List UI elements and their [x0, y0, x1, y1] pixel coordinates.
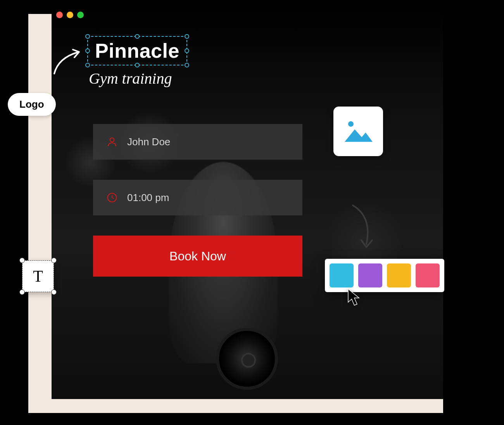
logo-label-pill[interactable]: Logo	[8, 93, 56, 116]
background-strip-horizontal	[28, 397, 443, 413]
selection-handle[interactable]	[19, 289, 25, 295]
logo-subtitle-text[interactable]: Gym training	[87, 69, 187, 88]
selection-handle[interactable]	[135, 63, 140, 67]
time-field-value: 01:00 pm	[127, 192, 169, 204]
selection-handle[interactable]	[185, 48, 189, 53]
window-close-dot[interactable]	[56, 12, 63, 18]
image-placeholder-tile[interactable]	[333, 107, 383, 156]
arrow-to-logo-icon	[50, 46, 85, 77]
window-traffic-lights	[56, 12, 84, 18]
selection-handle[interactable]	[85, 48, 90, 53]
selection-handle[interactable]	[85, 63, 90, 67]
color-palette	[325, 259, 444, 292]
arrow-to-palette-icon	[345, 201, 380, 256]
logo-title-text[interactable]: Pinnacle	[95, 39, 180, 62]
image-icon	[342, 118, 374, 145]
selection-handle[interactable]	[51, 289, 57, 295]
person-icon	[106, 136, 118, 148]
weight-plate-graphic	[216, 328, 278, 390]
window-minimize-dot[interactable]	[67, 12, 73, 18]
color-swatch-3[interactable]	[387, 263, 411, 287]
color-swatch-2[interactable]	[358, 263, 382, 287]
name-field-value: John Doe	[127, 136, 170, 148]
name-field[interactable]: John Doe	[93, 124, 302, 160]
text-object-widget[interactable]: T	[22, 260, 54, 292]
selection-handle[interactable]	[185, 63, 189, 67]
time-field[interactable]: 01:00 pm	[93, 180, 302, 215]
selection-handle[interactable]	[185, 34, 189, 39]
book-now-label: Book Now	[169, 249, 226, 263]
svg-point-0	[110, 138, 114, 142]
selection-handle[interactable]	[19, 258, 25, 263]
color-swatch-1[interactable]	[330, 263, 354, 287]
selection-handle[interactable]	[51, 258, 57, 263]
svg-point-2	[348, 121, 354, 127]
selection-handle[interactable]	[85, 34, 90, 39]
text-widget-glyph: T	[33, 267, 43, 286]
clock-icon	[106, 192, 118, 203]
booking-form: John Doe 01:00 pm Book Now	[93, 124, 302, 277]
color-swatch-4[interactable]	[416, 263, 440, 287]
cursor-icon	[347, 288, 362, 307]
logo-selection-box[interactable]: Pinnacle	[87, 36, 187, 65]
window-maximize-dot[interactable]	[77, 12, 84, 18]
logo-edit-group[interactable]: Pinnacle Gym training	[87, 36, 187, 88]
book-now-button[interactable]: Book Now	[93, 236, 302, 277]
logo-pill-text: Logo	[19, 98, 44, 110]
selection-handle[interactable]	[135, 34, 140, 39]
